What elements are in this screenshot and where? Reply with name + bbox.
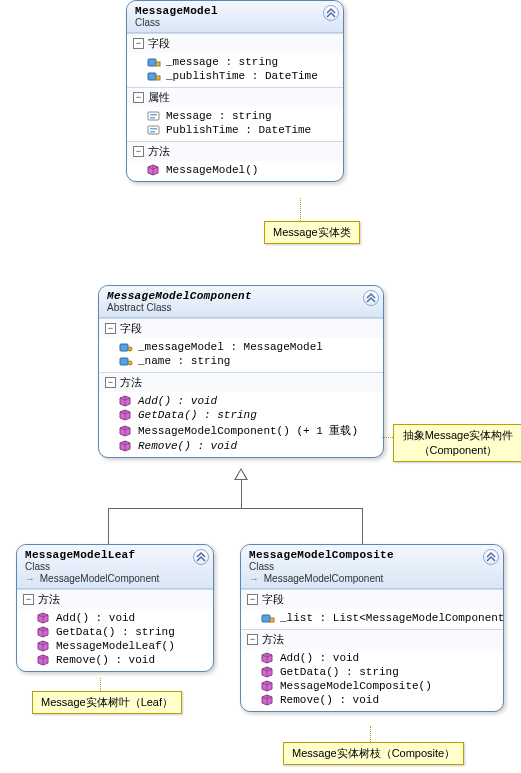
class-title: MessageModelLeaf bbox=[25, 549, 189, 561]
section-toggle-icon[interactable]: − bbox=[133, 38, 144, 49]
property-member[interactable]: PublishTime : DateTime bbox=[133, 123, 337, 137]
inheritance-line bbox=[362, 508, 363, 544]
section-header[interactable]: − 方法 bbox=[127, 142, 343, 161]
method-member[interactable]: Remove() : void bbox=[105, 439, 377, 453]
method-member[interactable]: MessageModelLeaf() bbox=[23, 639, 207, 653]
method-member[interactable]: GetData() : string bbox=[247, 665, 497, 679]
section-toggle-icon[interactable]: − bbox=[133, 92, 144, 103]
collapse-button[interactable] bbox=[483, 549, 499, 565]
section-toggle-icon[interactable]: − bbox=[247, 594, 258, 605]
member-signature: Remove() : void bbox=[280, 694, 379, 706]
member-signature: GetData() : string bbox=[138, 409, 257, 421]
method-member[interactable]: Remove() : void bbox=[23, 653, 207, 667]
section-toggle-icon[interactable]: − bbox=[23, 594, 34, 605]
section-header[interactable]: − 字段 bbox=[99, 319, 383, 338]
inheritance-arrowhead-icon bbox=[234, 468, 248, 480]
method-icon bbox=[119, 440, 133, 452]
field-member[interactable]: _message : string bbox=[133, 55, 337, 69]
inheritance-line bbox=[108, 508, 109, 544]
method-icon bbox=[261, 666, 275, 678]
collapse-button[interactable] bbox=[193, 549, 209, 565]
class-header[interactable]: MessageModelComponent Abstract Class bbox=[99, 286, 383, 318]
field-member[interactable]: _messageModel : MessageModel bbox=[105, 340, 377, 354]
member-signature: MessageModelLeaf() bbox=[56, 640, 175, 652]
section-header[interactable]: − 属性 bbox=[127, 88, 343, 107]
member-signature: _publishTime : DateTime bbox=[166, 70, 318, 82]
section-label: 字段 bbox=[262, 592, 284, 607]
section-header[interactable]: − 方法 bbox=[241, 630, 503, 649]
member-signature: MessageModel() bbox=[166, 164, 258, 176]
class-inherits: → MessageModelComponent bbox=[25, 573, 189, 584]
method-icon bbox=[147, 164, 161, 176]
class-kind: Class bbox=[135, 17, 319, 28]
method-member[interactable]: Add() : void bbox=[247, 651, 497, 665]
class-header[interactable]: MessageModelLeaf Class → MessageModelCom… bbox=[17, 545, 213, 589]
member-signature: _list : List<MessageModelComponent> bbox=[280, 612, 504, 624]
field-member[interactable]: _publishTime : DateTime bbox=[133, 69, 337, 83]
member-signature: GetData() : string bbox=[56, 626, 175, 638]
collapse-button[interactable] bbox=[323, 5, 339, 21]
section-label: 方法 bbox=[120, 375, 142, 390]
note-message-entity: Message实体类 bbox=[264, 221, 360, 244]
member-signature: MessageModelComponent() (+ 1 重载) bbox=[138, 423, 358, 438]
section-toggle-icon[interactable]: − bbox=[247, 634, 258, 645]
method-icon bbox=[119, 425, 133, 437]
note-connector bbox=[100, 678, 101, 691]
field-member[interactable]: _name : string bbox=[105, 354, 377, 368]
section-toggle-icon[interactable]: − bbox=[105, 377, 116, 388]
property-icon bbox=[147, 110, 161, 122]
method-icon bbox=[261, 652, 275, 664]
member-signature: Add() : void bbox=[138, 395, 217, 407]
class-kind: Class bbox=[249, 561, 479, 572]
inheritance-line bbox=[108, 508, 363, 509]
class-message-model-component[interactable]: MessageModelComponent Abstract Class − 字… bbox=[98, 285, 384, 458]
section-header[interactable]: − 方法 bbox=[99, 373, 383, 392]
method-member[interactable]: GetData() : string bbox=[105, 408, 377, 422]
section-header[interactable]: − 方法 bbox=[17, 590, 213, 609]
member-signature: Remove() : void bbox=[56, 654, 155, 666]
member-signature: Add() : void bbox=[280, 652, 359, 664]
section-methods: − 方法 Add() : void GetData() : string bbox=[17, 589, 213, 671]
class-message-model-composite[interactable]: MessageModelComposite Class → MessageMod… bbox=[240, 544, 504, 712]
property-member[interactable]: Message : string bbox=[133, 109, 337, 123]
method-member[interactable]: GetData() : string bbox=[23, 625, 207, 639]
method-member[interactable]: MessageModel() bbox=[133, 163, 337, 177]
field-protected-icon bbox=[119, 341, 133, 353]
section-toggle-icon[interactable]: − bbox=[133, 146, 144, 157]
section-label: 方法 bbox=[148, 144, 170, 159]
section-label: 方法 bbox=[38, 592, 60, 607]
method-member[interactable]: Add() : void bbox=[105, 394, 377, 408]
method-member[interactable]: Remove() : void bbox=[247, 693, 497, 707]
inherits-arrow-icon: → bbox=[25, 573, 35, 584]
section-fields: − 字段 _message : string _publishTime : Da… bbox=[127, 33, 343, 87]
section-properties: − 属性 Message : string PublishTime : Date… bbox=[127, 87, 343, 141]
section-label: 字段 bbox=[148, 36, 170, 51]
class-inherits: → MessageModelComponent bbox=[249, 573, 479, 584]
class-message-model-leaf[interactable]: MessageModelLeaf Class → MessageModelCom… bbox=[16, 544, 214, 672]
section-fields: − 字段 _messageModel : MessageModel _name … bbox=[99, 318, 383, 372]
section-methods: − 方法 Add() : void GetData() : string bbox=[99, 372, 383, 457]
member-signature: _name : string bbox=[138, 355, 230, 367]
class-kind: Class bbox=[25, 561, 189, 572]
class-header[interactable]: MessageModel Class bbox=[127, 1, 343, 33]
note-connector bbox=[300, 198, 301, 221]
method-member[interactable]: MessageModelComponent() (+ 1 重载) bbox=[105, 422, 377, 439]
inheritance-line bbox=[241, 480, 242, 508]
field-protected-icon bbox=[119, 355, 133, 367]
method-icon bbox=[37, 640, 51, 652]
inherits-arrow-icon: → bbox=[249, 573, 259, 584]
note-abstract-component: 抽象Message实体构件（Component） bbox=[393, 424, 521, 462]
note-leaf: Message实体树叶（Leaf） bbox=[32, 691, 182, 714]
class-message-model[interactable]: MessageModel Class − 字段 _message : strin… bbox=[126, 0, 344, 182]
section-header[interactable]: − 字段 bbox=[127, 34, 343, 53]
section-header[interactable]: − 字段 bbox=[241, 590, 503, 609]
field-private-icon bbox=[147, 70, 161, 82]
method-member[interactable]: MessageModelComposite() bbox=[247, 679, 497, 693]
section-toggle-icon[interactable]: − bbox=[105, 323, 116, 334]
field-member[interactable]: _list : List<MessageModelComponent> bbox=[247, 611, 497, 625]
method-member[interactable]: Add() : void bbox=[23, 611, 207, 625]
class-header[interactable]: MessageModelComposite Class → MessageMod… bbox=[241, 545, 503, 589]
note-composite: Message实体树枝（Composite） bbox=[283, 742, 464, 765]
section-label: 方法 bbox=[262, 632, 284, 647]
collapse-button[interactable] bbox=[363, 290, 379, 306]
